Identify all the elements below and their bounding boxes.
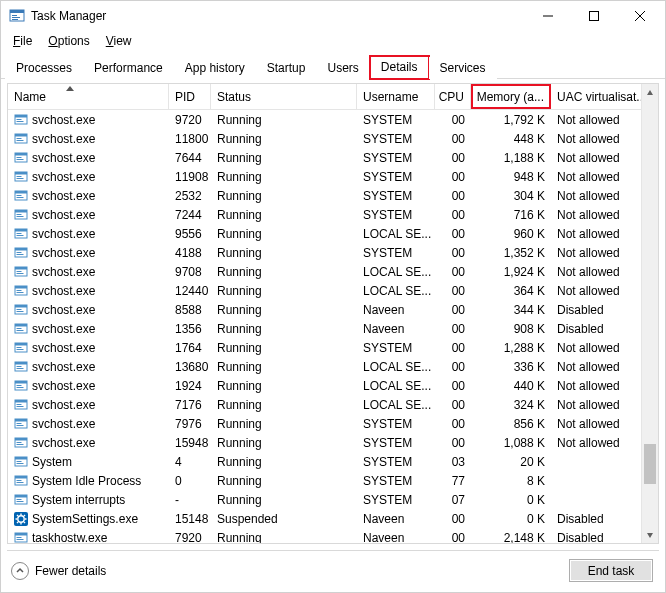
cell-status: Running	[211, 284, 357, 298]
cell-cpu: 00	[435, 512, 471, 526]
tab-services[interactable]: Services	[429, 57, 497, 79]
process-name: svchost.exe	[32, 436, 95, 450]
svg-rect-16	[17, 140, 24, 141]
cell-username: SYSTEM	[357, 455, 435, 469]
col-header-cpu[interactable]: CPU	[435, 84, 471, 109]
process-icon	[14, 208, 28, 222]
col-header-username[interactable]: Username	[357, 84, 435, 109]
cell-cpu: 00	[435, 531, 471, 544]
tab-processes[interactable]: Processes	[5, 57, 83, 79]
table-row[interactable]: svchost.exe7244RunningSYSTEM00716 KNot a…	[8, 205, 658, 224]
process-name: svchost.exe	[32, 151, 95, 165]
cell-memory: 344 K	[471, 303, 551, 317]
cell-uac: Not allowed	[551, 208, 643, 222]
table-row[interactable]: svchost.exe13680RunningLOCAL SE...00336 …	[8, 357, 658, 376]
table-row[interactable]: svchost.exe11800RunningSYSTEM00448 KNot …	[8, 129, 658, 148]
table-row[interactable]: SystemSettings.exe15148SuspendedNaveen00…	[8, 509, 658, 528]
cell-cpu: 00	[435, 170, 471, 184]
cell-pid: 2532	[169, 189, 211, 203]
svg-rect-67	[17, 385, 22, 386]
table-row[interactable]: svchost.exe7976RunningSYSTEM00856 KNot a…	[8, 414, 658, 433]
table-row[interactable]: System4RunningSYSTEM0320 K	[8, 452, 658, 471]
svg-rect-47	[17, 290, 22, 291]
tab-startup[interactable]: Startup	[256, 57, 317, 79]
process-name: svchost.exe	[32, 227, 95, 241]
table-row[interactable]: svchost.exe9556RunningLOCAL SE...00960 K…	[8, 224, 658, 243]
table-row[interactable]: svchost.exe9708RunningLOCAL SE...001,924…	[8, 262, 658, 281]
cell-cpu: 00	[435, 132, 471, 146]
svg-marker-108	[647, 533, 653, 538]
tab-details[interactable]: Details	[370, 56, 429, 79]
cell-memory: 1,088 K	[471, 436, 551, 450]
cell-memory: 1,288 K	[471, 341, 551, 355]
svg-rect-10	[15, 115, 27, 118]
menu-view[interactable]: View	[98, 32, 140, 50]
vertical-scrollbar[interactable]	[641, 84, 658, 543]
table-row[interactable]: System Idle Process0RunningSYSTEM778 K	[8, 471, 658, 490]
cell-pid: 1764	[169, 341, 211, 355]
col-header-status[interactable]: Status	[211, 84, 357, 109]
close-button[interactable]	[617, 1, 663, 31]
tab-users[interactable]: Users	[316, 57, 369, 79]
cell-pid: 15148	[169, 512, 211, 526]
table-row[interactable]: svchost.exe12440RunningLOCAL SE...00364 …	[8, 281, 658, 300]
col-header-pid[interactable]: PID	[169, 84, 211, 109]
process-icon	[14, 493, 28, 507]
cell-memory: 0 K	[471, 512, 551, 526]
cell-username: SYSTEM	[357, 113, 435, 127]
table-row[interactable]: svchost.exe2532RunningSYSTEM00304 KNot a…	[8, 186, 658, 205]
svg-rect-80	[17, 444, 24, 445]
cell-memory: 448 K	[471, 132, 551, 146]
table-row[interactable]: svchost.exe4188RunningSYSTEM001,352 KNot…	[8, 243, 658, 262]
end-task-button[interactable]: End task	[569, 559, 653, 582]
table-row[interactable]: svchost.exe9720RunningSYSTEM001,792 KNot…	[8, 110, 658, 129]
cell-cpu: 00	[435, 436, 471, 450]
svg-rect-48	[17, 292, 24, 293]
cell-username: Naveen	[357, 303, 435, 317]
table-row[interactable]: svchost.exe1924RunningLOCAL SE...00440 K…	[8, 376, 658, 395]
scroll-up-icon[interactable]	[642, 84, 658, 101]
menu-file[interactable]: File	[5, 32, 40, 50]
process-name: svchost.exe	[32, 417, 95, 431]
menu-options[interactable]: Options	[40, 32, 97, 50]
process-name: svchost.exe	[32, 170, 95, 184]
cell-name: svchost.exe	[8, 113, 169, 127]
cell-status: Running	[211, 474, 357, 488]
cell-cpu: 00	[435, 379, 471, 393]
table-row[interactable]: svchost.exe8588RunningNaveen00344 KDisab…	[8, 300, 658, 319]
svg-rect-4	[12, 19, 18, 20]
cell-status: Running	[211, 151, 357, 165]
table-row[interactable]: svchost.exe7644RunningSYSTEM001,188 KNot…	[8, 148, 658, 167]
cell-uac: Not allowed	[551, 398, 643, 412]
maximize-button[interactable]	[571, 1, 617, 31]
table-row[interactable]: svchost.exe11908RunningSYSTEM00948 KNot …	[8, 167, 658, 186]
cell-name: System	[8, 455, 169, 469]
process-name: svchost.exe	[32, 189, 95, 203]
table-row[interactable]: taskhostw.exe7920RunningNaveen002,148 KD…	[8, 528, 658, 543]
svg-rect-86	[15, 476, 27, 479]
cell-memory: 1,924 K	[471, 265, 551, 279]
process-icon	[14, 531, 28, 544]
cell-pid: 1924	[169, 379, 211, 393]
process-name: System Idle Process	[32, 474, 141, 488]
table-row[interactable]: svchost.exe15948RunningSYSTEM001,088 KNo…	[8, 433, 658, 452]
cell-status: Running	[211, 417, 357, 431]
table-row[interactable]: System interrupts-RunningSYSTEM070 K	[8, 490, 658, 509]
col-header-name[interactable]: Name	[8, 84, 169, 109]
fewer-details-button[interactable]: Fewer details	[11, 562, 106, 580]
tab-app-history[interactable]: App history	[174, 57, 256, 79]
scrollbar-thumb[interactable]	[644, 444, 656, 484]
cell-cpu: 00	[435, 360, 471, 374]
scroll-down-icon[interactable]	[642, 526, 658, 543]
table-row[interactable]: svchost.exe1764RunningSYSTEM001,288 KNot…	[8, 338, 658, 357]
cell-uac: Not allowed	[551, 379, 643, 393]
process-icon	[14, 512, 28, 526]
cell-pid: 1356	[169, 322, 211, 336]
table-row[interactable]: svchost.exe7176RunningLOCAL SE...00324 K…	[8, 395, 658, 414]
col-header-uac[interactable]: UAC virtualisat...	[551, 84, 643, 109]
minimize-button[interactable]	[525, 1, 571, 31]
tab-performance[interactable]: Performance	[83, 57, 174, 79]
table-row[interactable]: svchost.exe1356RunningNaveen00908 KDisab…	[8, 319, 658, 338]
cell-memory: 948 K	[471, 170, 551, 184]
col-header-memory[interactable]: Memory (a...	[471, 84, 551, 109]
